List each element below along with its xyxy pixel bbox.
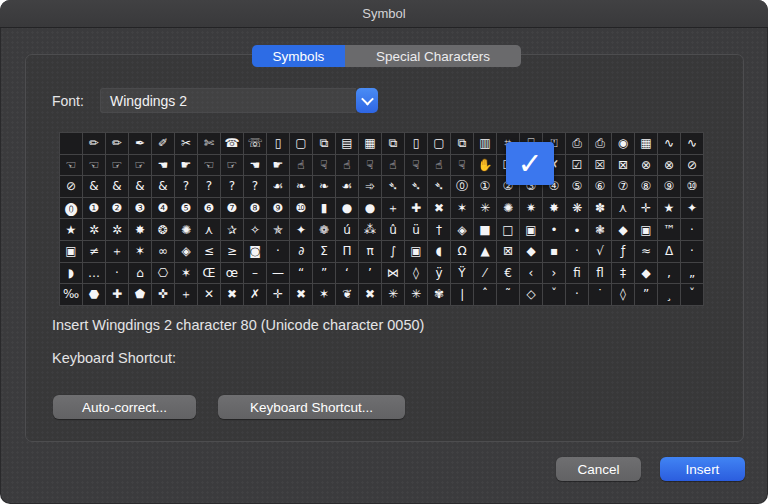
grid-cell[interactable]: ? [244, 176, 266, 197]
grid-cell[interactable] [60, 133, 82, 154]
grid-cell[interactable]: ⊗ [658, 155, 680, 176]
grid-cell[interactable]: ⧉ [313, 133, 335, 154]
grid-cell[interactable]: ✰ [221, 219, 243, 240]
grid-cell[interactable]: ¸ [658, 284, 680, 305]
grid-cell[interactable]: ✸ [129, 219, 151, 240]
grid-cell[interactable]: ˙ [589, 284, 611, 305]
grid-cell[interactable]: ☙ [336, 176, 358, 197]
grid-cell[interactable]: ˆ [474, 284, 496, 305]
grid-cell[interactable]: ⑥ [589, 176, 611, 197]
grid-cell[interactable]: ⎔ [152, 263, 174, 284]
grid-cell[interactable]: ⎙ [566, 133, 588, 154]
grid-cell[interactable]: ⁄ [474, 263, 496, 284]
grid-cell[interactable]: ∞ [152, 241, 174, 262]
grid-cell[interactable]: ✲ [83, 219, 105, 240]
grid-cell[interactable]: & [129, 176, 151, 197]
grid-cell[interactable]: ⊠ [612, 155, 634, 176]
grid-cell[interactable]: ∫ [382, 241, 404, 262]
grid-cell[interactable]: ☒ [589, 155, 611, 176]
grid-cell[interactable]: ☝ [382, 155, 404, 176]
grid-cell[interactable]: ” [635, 284, 657, 305]
grid-cell[interactable]: ‰ [60, 284, 82, 305]
grid-cell[interactable]: ◖ [428, 241, 450, 262]
grid-cell[interactable]: ☟ [359, 155, 381, 176]
keyboard-shortcut-button[interactable]: Keyboard Shortcut... [218, 395, 405, 419]
grid-cell[interactable]: ÿ [428, 263, 450, 284]
grid-cell[interactable]: › [543, 263, 565, 284]
grid-cell[interactable]: ❶ [83, 198, 105, 219]
grid-cell[interactable]: ✲ [106, 219, 128, 240]
grid-cell[interactable]: □ [497, 219, 519, 240]
grid-cell[interactable]: ✶ [451, 198, 473, 219]
grid-cell[interactable]: ◉ [612, 133, 634, 154]
grid-cell[interactable]: ✳ [405, 284, 427, 305]
grid-cell[interactable]: ✦ [681, 198, 703, 219]
grid-cell[interactable]: ▥ [474, 133, 496, 154]
grid-cell[interactable]: ú [336, 219, 358, 240]
grid-cell[interactable]: ✒ [129, 133, 151, 154]
grid-cell[interactable]: · [566, 284, 588, 305]
grid-cell[interactable]: ˜ [497, 284, 519, 305]
grid-cell[interactable]: ◈ [175, 241, 197, 262]
grid-cell[interactable]: ⁂ [359, 219, 381, 240]
grid-cell[interactable]: ☑ [566, 155, 588, 176]
grid-cell[interactable]: ✖ [428, 198, 450, 219]
grid-cell[interactable]: ✂ [175, 133, 197, 154]
grid-cell[interactable]: ✳ [382, 284, 404, 305]
grid-cell[interactable]: ❁ [313, 219, 335, 240]
grid-cell[interactable]: ◆ [612, 219, 634, 240]
grid-cell[interactable]: œ [221, 263, 243, 284]
grid-cell[interactable]: ① [474, 176, 496, 197]
grid-cell[interactable]: ❂ [152, 219, 174, 240]
grid-cell[interactable]: ◗ [60, 263, 82, 284]
grid-cell[interactable]: ● [359, 198, 381, 219]
grid-cell[interactable]: ◊ [612, 284, 634, 305]
grid-cell[interactable]: ‚ [658, 263, 680, 284]
grid-cell[interactable]: ▤ [336, 133, 358, 154]
grid-cell[interactable]: ⧉ [382, 133, 404, 154]
grid-cell[interactable]: ∿ [658, 133, 680, 154]
grid-cell[interactable]: ⧉ [451, 133, 473, 154]
grid-cell[interactable]: ★ [60, 219, 82, 240]
grid-cell[interactable]: ▯ [405, 133, 427, 154]
grid-cell[interactable]: ⎙ [589, 133, 611, 154]
grid-cell[interactable]: ▲ [474, 241, 496, 262]
grid-cell[interactable]: ◊ [405, 263, 427, 284]
grid-cell[interactable]: · [681, 219, 703, 240]
grid-cell[interactable]: ∙ [566, 219, 588, 240]
grid-cell[interactable]: ▯ [267, 133, 289, 154]
grid-cell[interactable]: ⊘ [681, 155, 703, 176]
grid-cell[interactable]: – [244, 263, 266, 284]
grid-cell[interactable]: ⑧ [635, 176, 657, 197]
grid-cell[interactable]: • [543, 219, 565, 240]
grid-cell[interactable]: „ [681, 263, 703, 284]
grid-cell[interactable]: ▣ [60, 241, 82, 262]
grid-cell[interactable]: ⑦ [612, 176, 634, 197]
grid-cell[interactable]: ❺ [175, 198, 197, 219]
grid-cell[interactable]: ” [313, 263, 335, 284]
grid-cell[interactable]: ✕ [198, 284, 220, 305]
grid-cell[interactable]: ＋ [382, 198, 404, 219]
grid-cell[interactable]: ▪ [543, 241, 565, 262]
grid-cell[interactable]: ▣ [405, 241, 427, 262]
grid-cell[interactable]: √ [589, 241, 611, 262]
grid-cell[interactable]: · [267, 241, 289, 262]
grid-cell[interactable]: ■ [474, 219, 496, 240]
grid-cell[interactable]: ‡ [612, 263, 634, 284]
grid-cell[interactable]: ☞ [129, 155, 151, 176]
grid-cell[interactable]: ? [221, 176, 243, 197]
grid-cell[interactable]: ƒ [612, 241, 634, 262]
grid-cell[interactable]: ● [336, 198, 358, 219]
grid-cell[interactable]: ⓿ [60, 198, 82, 219]
grid-cell[interactable]: ☎ [221, 133, 243, 154]
grid-cell[interactable]: ’ [359, 263, 381, 284]
grid-cell[interactable]: ✶ [313, 284, 335, 305]
grid-cell[interactable]: ❽ [244, 198, 266, 219]
grid-cell[interactable]: ✖ [221, 284, 243, 305]
grid-cell[interactable]: ✜ [152, 284, 174, 305]
grid-cell[interactable]: & [152, 176, 174, 197]
grid-cell[interactable]: ✦ [290, 219, 312, 240]
grid-cell[interactable]: ˇ [681, 284, 703, 305]
grid-cell[interactable]: ▣ [635, 219, 657, 240]
grid-cell[interactable]: ∿ [681, 133, 703, 154]
